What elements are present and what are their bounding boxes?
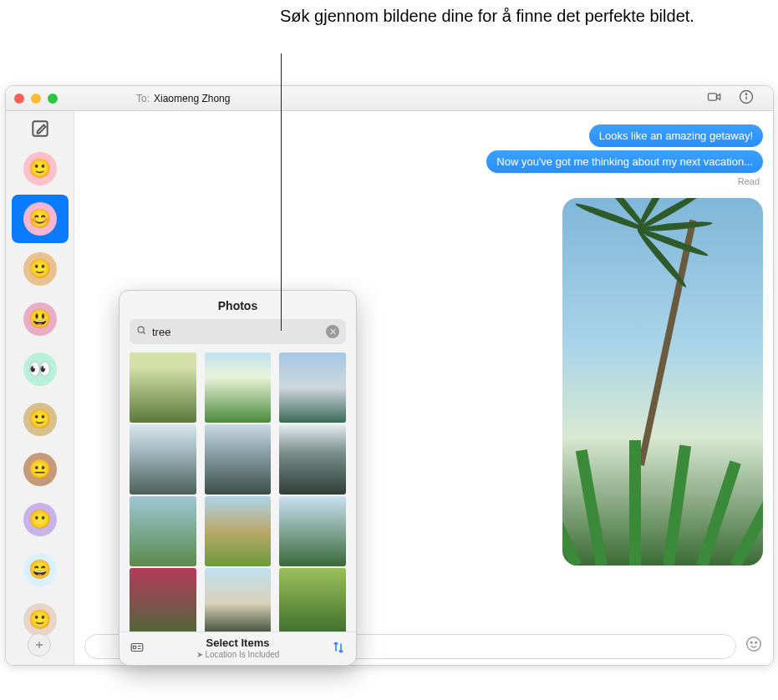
conversation-item[interactable]: 🙂: [12, 395, 69, 444]
photo-thumbnail[interactable]: [205, 568, 272, 632]
compose-button[interactable]: [29, 118, 51, 139]
emoji-picker-button[interactable]: [745, 635, 763, 658]
select-items-label[interactable]: Select Items: [153, 637, 323, 650]
photo-thumbnail[interactable]: [130, 424, 196, 495]
avatar: 🙂: [23, 252, 57, 286]
window-controls: [14, 94, 58, 104]
conversation-sidebar: 🙂 😊 🙂 😃 👀 🙂 😐 😶 😄 🙂: [6, 111, 74, 665]
svg-point-13: [133, 646, 136, 649]
conversation-item[interactable]: 😃: [12, 295, 69, 343]
zoom-window-button[interactable]: [48, 94, 58, 104]
photo-thumbnail[interactable]: [130, 496, 196, 566]
photo-thumbnail[interactable]: [279, 496, 346, 566]
svg-point-8: [750, 642, 752, 643]
photo-thumbnail[interactable]: [205, 496, 272, 566]
photo-thumbnail[interactable]: [279, 424, 346, 495]
memoji-picker-icon[interactable]: [130, 640, 145, 658]
photo-thumbnail[interactable]: [205, 353, 272, 423]
svg-point-10: [138, 327, 144, 332]
window-titlebar: To: Xiaomeng Zhong: [6, 86, 773, 111]
svg-line-11: [143, 332, 145, 334]
sent-message-bubble[interactable]: Now you've got me thinking about my next…: [486, 150, 763, 173]
clear-search-button[interactable]: ✕: [326, 325, 339, 338]
recipient-name[interactable]: Xiaomeng Zhong: [154, 93, 230, 104]
svg-point-9: [755, 642, 757, 643]
sort-icon[interactable]: [331, 640, 346, 658]
photo-thumbnail[interactable]: [279, 568, 346, 632]
photo-thumbnail[interactable]: [130, 353, 196, 423]
facetime-video-icon[interactable]: [706, 89, 723, 108]
photos-popover: Photos ✕ Select Items ➤ Location Is Incl…: [119, 290, 357, 666]
callout-leader-line: [281, 53, 282, 331]
close-window-button[interactable]: [14, 94, 24, 104]
popover-title: Photos: [119, 291, 356, 319]
avatar: 😶: [23, 503, 57, 536]
avatar: 🙂: [23, 603, 57, 637]
conversation-item[interactable]: 😐: [12, 445, 69, 494]
callout-text: Søk gjennom bildene dine for å finne det…: [280, 5, 694, 28]
conversation-item[interactable]: 😶: [12, 495, 69, 544]
photo-thumbnail[interactable]: [130, 568, 196, 632]
avatar: 😊: [23, 202, 57, 236]
sent-photo-message[interactable]: [562, 198, 763, 566]
photos-search-input[interactable]: [152, 326, 321, 338]
svg-point-7: [747, 637, 761, 652]
avatar: 👀: [23, 353, 57, 386]
conversation-item[interactable]: 🙂: [12, 245, 69, 293]
conversation-item[interactable]: 👀: [12, 345, 69, 393]
minimize-window-button[interactable]: [31, 94, 41, 104]
photos-search-field[interactable]: ✕: [130, 319, 346, 344]
svg-rect-0: [709, 94, 717, 100]
avatar: 😄: [23, 553, 57, 586]
sent-message-bubble[interactable]: Looks like an amazing getaway!: [589, 124, 763, 147]
avatar: 🙂: [23, 152, 57, 185]
photo-results-grid: [119, 353, 356, 632]
conversation-item[interactable]: 😊: [12, 195, 69, 243]
conversation-item[interactable]: 🙂: [12, 145, 69, 193]
search-icon: [136, 324, 147, 339]
apps-button[interactable]: [28, 633, 51, 657]
read-receipt: Read: [738, 176, 763, 186]
info-icon[interactable]: [738, 89, 755, 108]
avatar: 🙂: [23, 403, 57, 436]
avatar: 😐: [23, 453, 57, 486]
to-label: To:: [136, 93, 150, 104]
popover-footer: Select Items ➤ Location Is Included: [119, 632, 356, 665]
photo-thumbnail[interactable]: [279, 353, 346, 423]
location-arrow-icon: ➤: [196, 650, 203, 659]
photo-thumbnail[interactable]: [205, 424, 272, 495]
avatar: 😃: [23, 302, 57, 336]
location-included-label: ➤ Location Is Included: [153, 650, 323, 660]
conversation-item[interactable]: 😄: [12, 545, 69, 594]
svg-point-3: [745, 94, 746, 94]
